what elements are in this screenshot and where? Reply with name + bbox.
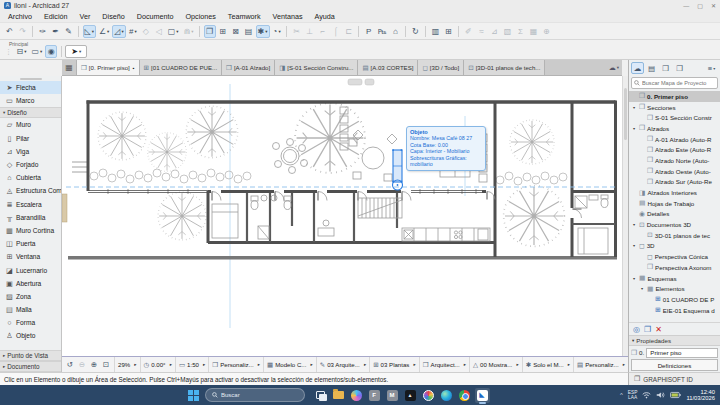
minimize-button[interactable]: — xyxy=(683,3,689,9)
language-indicator[interactable]: ESPLAA xyxy=(628,390,638,400)
navigator-menu-icon[interactable]: ≡▾ xyxy=(705,62,718,74)
design-option-select[interactable]: ✱Solo el M...▸ xyxy=(522,357,573,372)
start-button[interactable] xyxy=(188,390,199,401)
menu-item[interactable]: Archivo xyxy=(2,12,38,21)
tree-item[interactable]: ❒Alzado Este (Auto-R xyxy=(629,144,720,155)
tree-item[interactable]: ⊞01 CUADRO DE P xyxy=(629,294,720,305)
refresh-view-icon[interactable]: ↺ xyxy=(64,360,76,369)
link-icon[interactable]: ⊕ xyxy=(540,25,552,38)
virtual-trace-icon[interactable]: ▤ xyxy=(243,25,255,38)
app-m-icon[interactable]: M xyxy=(385,388,400,403)
tab-cortes[interactable]: ▤[A.03 CORTES] xyxy=(358,60,418,75)
palettes-icon[interactable]: ⊟▾ xyxy=(15,45,29,58)
archicad-taskbar-icon[interactable]: ◣ xyxy=(475,388,490,403)
graphic-override-select[interactable]: ❒Arquitect...▸ xyxy=(419,357,469,372)
orbit-icon[interactable]: ◉ xyxy=(45,45,57,58)
drawing-canvas[interactable]: Objeto Nombre: Mesa Café 08 27 Cota Base… xyxy=(62,76,622,356)
toolbox-section-punto-de-vista[interactable]: ▸Punto de Vista xyxy=(0,350,61,361)
floor-name-field[interactable]: Primer piso xyxy=(646,348,718,358)
tree-item-hojas-de-trabajo[interactable]: ▤Hojas de Trabajo xyxy=(629,198,720,209)
menu-item[interactable]: Ayuda xyxy=(309,12,341,21)
definitions-button[interactable]: Definiciones xyxy=(631,359,718,371)
tree-item[interactable]: ❒Alzado Norte (Auto- xyxy=(629,155,720,166)
tree-item[interactable]: ❒S-01 Sección Constr xyxy=(629,112,720,123)
tree-group-secciones[interactable]: ▾❒Secciones xyxy=(629,102,720,113)
pen-dim-icon[interactable]: ✐ xyxy=(462,25,474,38)
redo-icon[interactable]: ↷ xyxy=(17,25,29,38)
notes-icon[interactable]: ▥ xyxy=(429,25,441,38)
menu-item[interactable]: Diseño xyxy=(96,12,130,21)
plane-snap-icon[interactable]: ◁ xyxy=(153,25,165,38)
publisher-icon[interactable]: P xyxy=(363,25,375,38)
toolbox-section-diseno[interactable]: ▾Diseño xyxy=(0,107,61,118)
photos-icon[interactable] xyxy=(421,388,436,403)
trace-reference-icon[interactable]: ❐ xyxy=(204,25,216,38)
tool-beam[interactable]: ⊿Viga xyxy=(0,145,61,158)
tool-door[interactable]: ◫Puerta xyxy=(0,237,61,250)
mesh-dim-icon[interactable]: ▦ xyxy=(527,25,539,38)
app-f-icon[interactable]: F xyxy=(367,388,382,403)
tool-window[interactable]: ⊞Ventana xyxy=(0,250,61,263)
zoom-level-select[interactable]: 29%▸ xyxy=(114,357,140,372)
orientation-select[interactable]: ◷0.00°▸ xyxy=(140,357,175,372)
tool-column[interactable]: ▯Pilar xyxy=(0,132,61,145)
tool-roof[interactable]: ⌂Cubierta xyxy=(0,171,61,184)
tool-curtain-wall[interactable]: ▦Muro Cortina xyxy=(0,224,61,237)
navigator-search[interactable] xyxy=(631,77,718,89)
stretch-icon[interactable]: ⊏ xyxy=(343,25,355,38)
tree-group-3d[interactable]: ▾◻3D xyxy=(629,241,720,252)
guide-lines-icon[interactable]: ◺▾ xyxy=(83,25,96,38)
layout-book-icon[interactable]: ❒ xyxy=(659,62,672,74)
task-view-icon[interactable] xyxy=(313,388,328,403)
file-explorer-icon[interactable] xyxy=(331,388,346,403)
guide-angle-icon[interactable]: ∠▾ xyxy=(97,25,111,38)
menu-item[interactable]: Ventanas xyxy=(267,12,309,21)
tree-group-elementos[interactable]: ▾▦Elementos xyxy=(629,283,720,294)
tree-group-documentos-3d[interactable]: ▾⊡Documentos 3D xyxy=(629,219,720,230)
toolbox-section-documento[interactable]: ▸Documento xyxy=(0,361,61,372)
properties-header[interactable]: ▾ Propiedades xyxy=(629,335,720,346)
tree-item-alzados-interiores[interactable]: ◨Alzados Interiores xyxy=(629,187,720,198)
tab-close-icon[interactable]: ▪ xyxy=(133,65,135,71)
tree-settings-icon[interactable]: ◎ xyxy=(633,325,640,334)
tree-item[interactable]: ❒Alzado Oeste (Auto- xyxy=(629,166,720,177)
publisher-sets-icon[interactable]: ❐ xyxy=(673,62,686,74)
tool-opening[interactable]: ▣Abertura xyxy=(0,277,61,290)
tool-railing[interactable]: ╥Barandilla xyxy=(0,211,61,224)
delete-icon[interactable]: ✕ xyxy=(655,325,662,334)
quick-navigator-grid-icon[interactable]: ▦ xyxy=(62,60,77,75)
intersect-icon[interactable]: ⌐ xyxy=(317,25,329,38)
tool-morph[interactable]: ○Forma xyxy=(0,316,61,329)
tree-item[interactable]: ❒Perspectiva Axonom xyxy=(629,262,720,273)
clock-icon[interactable]: ◔▾ xyxy=(271,25,283,38)
tool-zone[interactable]: ▨Zona xyxy=(0,290,61,303)
graphisoft-id[interactable]: ❐ GRAPHISOFT ID xyxy=(628,372,720,385)
tool-slab[interactable]: ◇Forjado xyxy=(0,158,61,171)
tree-item[interactable]: ❒Alzado Sur (Auto-Re xyxy=(629,177,720,188)
edge-icon[interactable] xyxy=(439,388,454,403)
sync-icon[interactable]: ↻ xyxy=(409,25,421,38)
layer-combination-select[interactable]: ❐Personaliz...▸ xyxy=(208,357,263,372)
tool-object[interactable]: ♙Objeto xyxy=(0,329,61,342)
tab-primer-piso[interactable]: ❒[0. Primer piso]▪ xyxy=(77,60,140,75)
inject-parameters-icon[interactable]: ✒ xyxy=(50,25,62,38)
scale-select[interactable]: ▭1:50▸ xyxy=(175,357,208,372)
viewpoint-icon[interactable]: ▭▾ xyxy=(29,45,44,58)
properties-combo-select[interactable]: ▤Personaliz...▸ xyxy=(573,357,628,372)
tool-wall[interactable]: ▱Muro xyxy=(0,118,61,131)
view-map-icon[interactable]: ▤ xyxy=(645,62,658,74)
taskbar-search[interactable]: Buscar xyxy=(205,388,305,402)
pen-set-select[interactable]: ✎03 Arquite...▸ xyxy=(316,357,369,372)
tool-stair[interactable]: ≣Escalera xyxy=(0,198,61,211)
adjust-icon[interactable]: ⊥ xyxy=(304,25,316,38)
tab-seccion[interactable]: ◨[S-01 Sección Constru... xyxy=(275,60,358,75)
dimension-select[interactable]: ⊞03 Plantas▸ xyxy=(369,357,419,372)
fillet-icon[interactable]: ⌠ xyxy=(330,25,342,38)
pick-up-parameters-icon[interactable]: ✑ xyxy=(37,25,49,38)
tree-item-primer-piso[interactable]: ❒0. Primer piso xyxy=(629,91,720,102)
tree-item[interactable]: ⊡3D-01 planos de tec xyxy=(629,230,720,241)
snap-guides-icon[interactable]: ◿▾ xyxy=(112,25,125,38)
menu-item[interactable]: Teamwork xyxy=(222,12,267,21)
window-grid-icon[interactable]: ⊞ xyxy=(442,25,454,38)
menu-item[interactable]: Opciones xyxy=(179,12,221,21)
